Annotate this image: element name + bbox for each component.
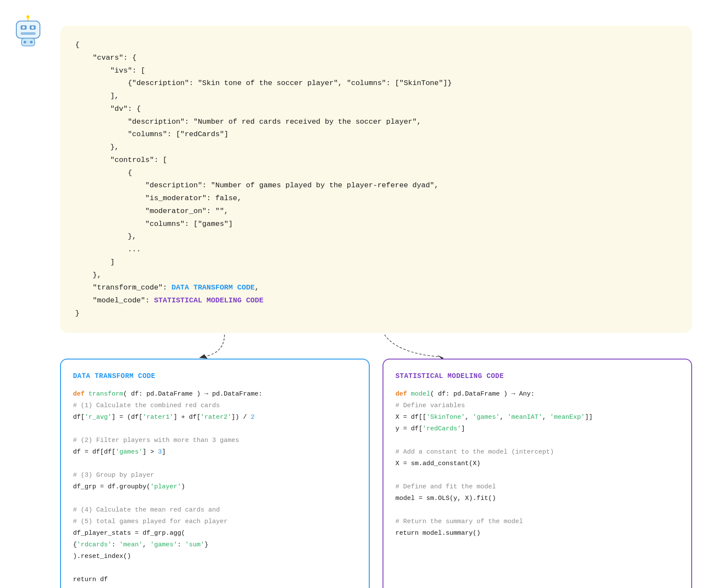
arrow-svg <box>60 333 692 359</box>
bottom-panels: DATA TRANSFORM CODE def transform( df: p… <box>60 359 692 588</box>
def-keyword-2: def <box>395 390 411 398</box>
comment-9: # Return the summary of the model <box>395 518 523 525</box>
svg-point-10 <box>30 41 33 43</box>
comment-2: # (2) Filter players with more than 3 ga… <box>73 437 239 444</box>
svg-marker-11 <box>199 354 208 358</box>
svg-rect-8 <box>21 38 35 46</box>
transform-code-link[interactable]: DATA TRANSFORM CODE <box>171 283 255 292</box>
comment-5: # (5) total games played for each player <box>73 518 228 525</box>
comment-8: # Define and fit the model <box>395 483 496 491</box>
transform-code-panel: DATA TRANSFORM CODE def transform( df: p… <box>60 359 370 588</box>
arrows-container <box>60 333 692 359</box>
main-json-panel: { "cvars": { "ivs": [ {"description": "S… <box>60 26 692 333</box>
svg-point-6 <box>31 26 34 29</box>
modeling-code-panel: STATISTICAL MODELING CODE def model( df:… <box>383 359 692 588</box>
svg-rect-2 <box>16 21 40 38</box>
svg-point-1 <box>27 15 30 18</box>
robot-avatar <box>12 15 44 49</box>
comment-1: # (1) Calculate the combined red cards <box>73 402 220 409</box>
model-funcname: model <box>411 390 430 398</box>
def-keyword-1: def <box>73 390 88 398</box>
model-code-link[interactable]: STATISTICAL MODELING CODE <box>154 296 264 305</box>
json-content: { "cvars": { "ivs": [ {"description": "S… <box>75 39 677 320</box>
svg-point-9 <box>24 41 26 43</box>
comment-6: # Define variables <box>395 402 465 409</box>
transform-code-block: def transform( df: pd.DataFrame ) → pd.D… <box>73 388 357 585</box>
comment-4: # (4) Calculate the mean red cards and <box>73 506 220 514</box>
comment-7: # Add a constant to the model (intercept… <box>395 448 554 456</box>
svg-point-5 <box>22 26 25 29</box>
svg-rect-7 <box>21 32 36 35</box>
modeling-code-block: def model( df: pd.DataFrame ) → Any: # D… <box>395 388 679 539</box>
modeling-panel-title: STATISTICAL MODELING CODE <box>395 370 679 382</box>
transform-funcname: transform <box>88 390 123 398</box>
brace-open: { <box>75 41 79 49</box>
transform-panel-title: DATA TRANSFORM CODE <box>73 370 357 382</box>
comment-3: # (3) Group by player <box>73 472 154 479</box>
